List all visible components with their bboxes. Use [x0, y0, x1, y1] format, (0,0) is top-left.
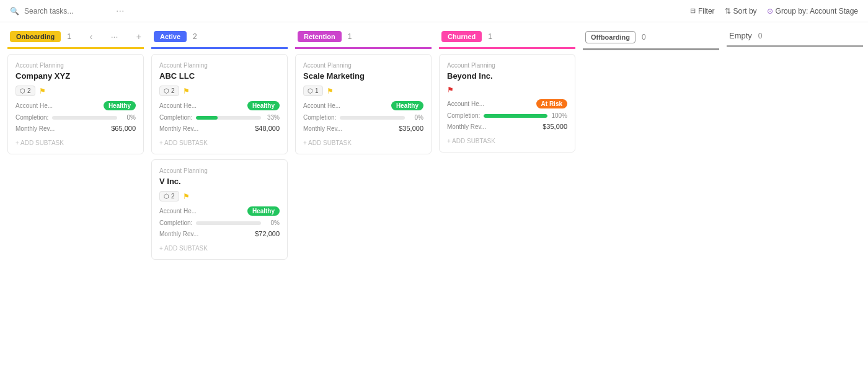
group-icon: ⊙	[767, 7, 773, 15]
card-subtitle: Account Planning	[159, 62, 280, 69]
card-meta: ⚑	[447, 86, 567, 94]
sort-icon: ⇅	[725, 7, 731, 15]
column-churned: Churned 1 Account Planning Beyond Inc. ⚑…	[439, 27, 575, 157]
add-subtask-button[interactable]: + ADD SUBTASK	[16, 137, 136, 146]
card-subtitle: Account Planning	[303, 62, 423, 69]
card-title: Scale Marketing	[303, 71, 423, 81]
card-active-0[interactable]: Account Planning ABC LLC ⬡ 2 ⚑ Account H…	[151, 54, 288, 154]
progress-bar-bg	[484, 114, 547, 118]
column-header-churned: Churned 1	[439, 27, 575, 49]
completion-label: Completion:	[303, 114, 336, 121]
column-onboarding: Onboarding 1 ‹ ··· + Account Planning Co…	[7, 27, 144, 159]
revenue-value: $72,000	[255, 230, 280, 237]
stage-badge-active[interactable]: Active	[154, 31, 187, 42]
card-title: Beyond Inc.	[447, 71, 567, 81]
topbar-right: ⊟ Filter ⇅ Sort by ⊙ Group by: Account S…	[690, 7, 858, 15]
col-add[interactable]: +	[136, 32, 141, 42]
search-input[interactable]	[24, 7, 111, 15]
topbar-left: 🔍 ···	[10, 6, 124, 17]
revenue-row: Monthly Rev... $72,000	[159, 230, 280, 237]
progress-bar-fill	[484, 114, 547, 118]
stage-badge-onboarding[interactable]: Onboarding	[10, 31, 61, 42]
column-active: Active 2 Account Planning ABC LLC ⬡ 2 ⚑ …	[151, 27, 288, 265]
card-health-row: Account He... Healthy	[159, 206, 280, 216]
completion-pct: 0%	[265, 219, 280, 226]
card-health-row: Account He... At Risk	[447, 99, 567, 108]
revenue-label: Monthly Rev...	[303, 125, 342, 132]
revenue-value: $48,000	[255, 125, 280, 132]
card-subtitle: Account Planning	[447, 62, 567, 69]
more-options-icon[interactable]: ···	[116, 6, 124, 17]
col-count-onboarding: 1	[67, 32, 71, 41]
card-churned-0[interactable]: Account Planning Beyond Inc. ⚑ Account H…	[439, 54, 575, 152]
completion-row: Completion: 0%	[159, 219, 280, 226]
subtask-chip: ⬡ 2	[159, 86, 179, 96]
completion-label: Completion:	[159, 114, 192, 121]
completion-label: Completion:	[16, 114, 48, 121]
completion-row: Completion: 33%	[159, 114, 280, 121]
add-subtask-button[interactable]: + ADD SUBTASK	[447, 135, 567, 144]
completion-row: Completion: 0%	[16, 114, 136, 121]
completion-label: Completion:	[159, 219, 192, 226]
completion-row: Completion: 100%	[447, 112, 567, 119]
card-title: V Inc.	[159, 177, 280, 186]
revenue-row: Monthly Rev... $35,000	[303, 125, 423, 132]
sort-button[interactable]: ⇅ Sort by	[725, 7, 757, 15]
subtask-chip: ⬡ 2	[159, 191, 179, 201]
health-label: Account He...	[16, 102, 53, 109]
topbar: 🔍 ··· ⊟ Filter ⇅ Sort by ⊙ Group by: Acc…	[0, 0, 868, 22]
completion-row: Completion: 0%	[303, 114, 423, 121]
card-subtitle: Account Planning	[16, 62, 136, 69]
progress-bar-fill	[196, 116, 218, 120]
col-nav-prev[interactable]: ‹	[90, 32, 93, 42]
add-subtask-button[interactable]: + ADD SUBTASK	[159, 242, 280, 252]
stage-badge-retention[interactable]: Retention	[298, 31, 342, 42]
revenue-label: Monthly Rev...	[159, 231, 198, 237]
column-empty: Empty 0	[727, 27, 863, 52]
stage-badge-offboarding[interactable]: Offboarding	[585, 31, 636, 43]
column-header-empty: Empty 0	[727, 27, 863, 47]
add-subtask-button[interactable]: + ADD SUBTASK	[159, 137, 280, 146]
card-health-row: Account He... Healthy	[16, 101, 136, 110]
revenue-row: Monthly Rev... $48,000	[159, 125, 280, 132]
col-count-offboarding: 0	[642, 33, 646, 42]
group-by-button[interactable]: ⊙ Group by: Account Stage	[767, 7, 858, 15]
card-meta: ⬡ 1 ⚑	[303, 86, 423, 96]
revenue-label: Monthly Rev...	[447, 123, 486, 130]
flag-icon: ⚑	[183, 87, 190, 95]
health-badge: Healthy	[247, 101, 280, 110]
health-badge: Healthy	[391, 101, 423, 110]
stage-badge-churned[interactable]: Churned	[441, 31, 482, 42]
revenue-value: $35,000	[542, 123, 567, 130]
completion-pct: 0%	[121, 114, 136, 121]
revenue-label: Monthly Rev...	[159, 125, 198, 132]
revenue-label: Monthly Rev...	[16, 125, 55, 132]
progress-bar-bg	[52, 116, 117, 120]
add-subtask-button[interactable]: + ADD SUBTASK	[303, 137, 423, 146]
card-active-1[interactable]: Account Planning V Inc. ⬡ 2 ⚑ Account He…	[151, 159, 288, 260]
column-header-onboarding: Onboarding 1 ‹ ··· +	[7, 27, 144, 49]
search-icon: 🔍	[10, 7, 19, 15]
card-title: Company XYZ	[16, 71, 136, 81]
progress-bar-bg	[340, 116, 405, 120]
board: Onboarding 1 ‹ ··· + Account Planning Co…	[0, 22, 868, 380]
col-more[interactable]: ···	[111, 32, 118, 42]
progress-bar-bg	[196, 116, 261, 120]
card-meta: ⬡ 2 ⚑	[159, 86, 280, 96]
progress-bar-bg	[196, 221, 261, 225]
flag-icon: ⚑	[39, 87, 46, 95]
health-badge: Healthy	[104, 101, 136, 110]
stage-badge-empty: Empty	[729, 31, 752, 40]
health-label: Account He...	[303, 102, 340, 109]
card-onboarding-0[interactable]: Account Planning Company XYZ ⬡ 2 ⚑ Accou…	[7, 54, 144, 154]
col-count-active: 2	[193, 32, 197, 41]
revenue-row: Monthly Rev... $35,000	[447, 123, 567, 130]
flag-icon: ⚑	[183, 192, 190, 201]
filter-button[interactable]: ⊟ Filter	[690, 7, 715, 15]
revenue-row: Monthly Rev... $65,000	[16, 125, 136, 132]
card-retention-0[interactable]: Account Planning Scale Marketing ⬡ 1 ⚑ A…	[295, 54, 432, 154]
column-header-retention: Retention 1	[295, 27, 432, 49]
card-title: ABC LLC	[159, 71, 280, 81]
card-health-row: Account He... Healthy	[303, 101, 423, 110]
completion-label: Completion:	[447, 112, 480, 119]
